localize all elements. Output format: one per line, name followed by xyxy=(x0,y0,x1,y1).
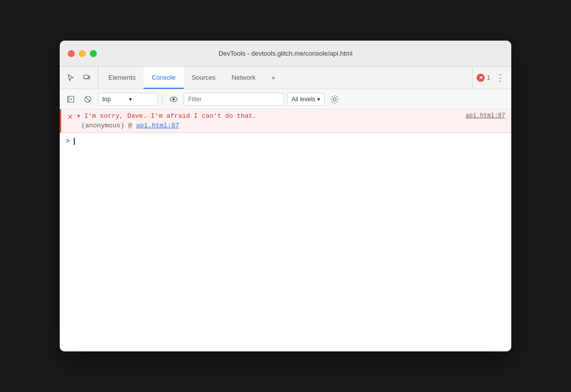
error-x-icon: ✕ xyxy=(67,113,73,121)
clear-icon xyxy=(84,95,92,103)
devtools-window: DevTools - devtools.glitch.me/console/ap… xyxy=(60,41,511,351)
context-value: top xyxy=(102,96,127,103)
error-count-badge: ✕ xyxy=(477,74,485,82)
level-selector[interactable]: All levels ▾ xyxy=(287,93,325,106)
maximize-button[interactable] xyxy=(90,50,97,57)
device-icon xyxy=(83,74,91,82)
level-chevron-icon: ▾ xyxy=(317,96,320,103)
svg-point-10 xyxy=(333,98,336,101)
svg-rect-1 xyxy=(88,76,90,79)
error-message-text: I'm sorry, Dave. I'm afraid I can't do t… xyxy=(84,112,463,120)
stack-link[interactable]: api.html:87 xyxy=(136,122,179,129)
context-selector[interactable]: top ▾ xyxy=(98,93,158,106)
console-prompt: > xyxy=(66,137,70,145)
console-toolbar: top ▾ All levels ▾ xyxy=(60,89,511,109)
tab-console[interactable]: Console xyxy=(144,67,184,89)
tab-more[interactable]: » xyxy=(263,67,283,89)
title-bar: DevTools - devtools.glitch.me/console/ap… xyxy=(60,41,511,67)
eye-button[interactable] xyxy=(167,92,181,106)
stack-line-text: (anonymous) @ xyxy=(81,122,136,129)
chevron-down-icon: ▾ xyxy=(129,96,154,103)
expand-panel-icon xyxy=(67,95,75,103)
eye-icon xyxy=(169,95,178,104)
filter-input[interactable] xyxy=(184,93,284,106)
error-main-line: ✕ ▼ I'm sorry, Dave. I'm afraid I can't … xyxy=(67,112,505,121)
error-icon: ✕ xyxy=(479,75,483,81)
device-toggle-button[interactable] xyxy=(80,71,94,85)
more-options-button[interactable]: ⋮ xyxy=(493,71,507,85)
svg-point-9 xyxy=(173,98,175,100)
window-controls xyxy=(68,50,97,57)
toolbar-divider-1 xyxy=(162,94,163,104)
console-cursor xyxy=(74,138,75,145)
tabs-container: Elements Console Sources Network » xyxy=(100,67,472,89)
error-badge: ✕ 1 xyxy=(477,74,490,82)
cursor-icon xyxy=(67,74,75,82)
tab-bar-right: ✕ 1 ⋮ xyxy=(472,67,507,89)
error-log-entry: ✕ ▼ I'm sorry, Dave. I'm afraid I can't … xyxy=(60,109,511,133)
svg-rect-4 xyxy=(68,96,70,102)
more-icon: ⋮ xyxy=(496,72,505,83)
tab-bar-left xyxy=(64,67,98,89)
svg-rect-0 xyxy=(84,75,88,79)
svg-line-7 xyxy=(86,97,90,101)
error-stack-trace: (anonymous) @ api.html:87 xyxy=(67,122,505,129)
expand-panel-button[interactable] xyxy=(64,92,78,106)
tab-sources[interactable]: Sources xyxy=(184,67,224,89)
error-expand-triangle[interactable]: ▼ xyxy=(76,113,81,119)
close-button[interactable] xyxy=(68,50,75,57)
gear-icon xyxy=(330,95,339,104)
tab-elements[interactable]: Elements xyxy=(100,67,144,89)
error-location-link[interactable]: api.html:87 xyxy=(466,112,505,119)
console-input-row: > xyxy=(60,133,511,149)
tab-network[interactable]: Network xyxy=(224,67,264,89)
clear-console-button[interactable] xyxy=(81,92,95,106)
window-title: DevTools - devtools.glitch.me/console/ap… xyxy=(219,50,353,57)
settings-button[interactable] xyxy=(328,92,342,106)
tab-bar: Elements Console Sources Network » ✕ 1 xyxy=(60,67,511,89)
console-content: ✕ ▼ I'm sorry, Dave. I'm afraid I can't … xyxy=(60,109,511,351)
minimize-button[interactable] xyxy=(79,50,86,57)
svg-marker-5 xyxy=(70,98,72,100)
inspect-element-button[interactable] xyxy=(64,71,78,85)
level-value: All levels xyxy=(292,96,315,103)
cursor-line xyxy=(74,138,75,145)
error-count: 1 xyxy=(487,74,490,81)
